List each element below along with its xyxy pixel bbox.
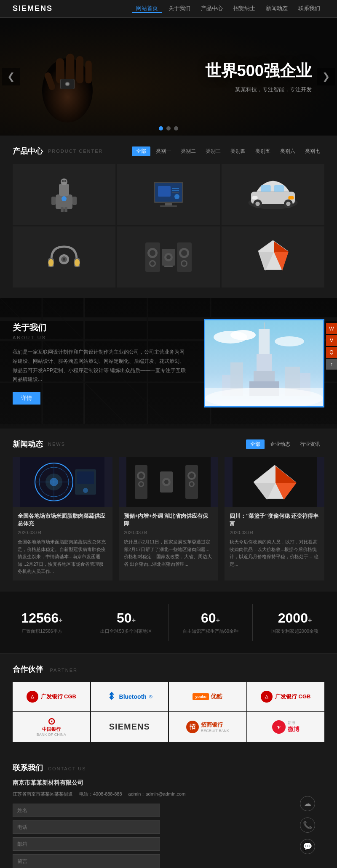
news-body-3: 四川："菜篮子"变偷何稳 还变符得丰富 2020-03-04 秋天今后你收购的菜… [225, 507, 324, 573]
contact-phone-input[interactable] [13, 820, 160, 834]
social-wechat-btn[interactable]: V [326, 335, 337, 346]
news-tabs: 全部 企业动态 行业资讯 [246, 439, 324, 449]
svg-rect-17 [61, 207, 64, 212]
navbar: SIEMENS 网站首页 关于我们 产品中心 招贤纳士 新闻动态 联系我们 [0, 0, 337, 18]
products-tabs: 全部 类别一 类别二 类别三 类别四 类别五 类别六 类别七 [132, 146, 324, 156]
svg-point-33 [286, 201, 290, 205]
products-header: 产品中心 PRODUCT CENTER 全部 类别一 类别二 类别三 类别四 类… [13, 146, 324, 156]
partner-bank[interactable]: ⊙ 中国银行 BANK OF CHINA [13, 712, 90, 742]
youku-icon: youku [193, 693, 209, 700]
news-card-1[interactable]: 全国各地场市场米面脂肪肉菜蔬供应总体充 2020-03-04 全国各地场市场米面… [13, 457, 112, 580]
tab-cat4[interactable]: 类别四 [226, 146, 250, 156]
product-img-6 [252, 236, 294, 278]
hero-next-button[interactable]: ❯ [317, 68, 335, 85]
tab-all[interactable]: 全部 [132, 146, 150, 156]
svg-rect-37 [288, 196, 294, 199]
stats-section: 12566+ 广置面积12566平方 50+ 出口全球50多个国家地区 60+ … [0, 591, 337, 654]
svg-point-103 [139, 473, 144, 478]
tab-cat2[interactable]: 类别二 [177, 146, 200, 156]
contact-email-input[interactable] [13, 837, 160, 851]
tab-cat5[interactable]: 类别五 [251, 146, 275, 156]
contact-social-qq[interactable]: 💬 [300, 839, 315, 854]
news-title-1: 全国各地场市场米面脂肪肉菜蔬供应总体充 [18, 512, 107, 527]
products-subtitle: PRODUCT CENTER [48, 149, 103, 154]
stat-suffix-3: + [216, 617, 220, 624]
tab-cat1[interactable]: 类别一 [152, 146, 175, 156]
news-body-1: 全国各地场市场米面脂肪肉菜蔬供应总体充 2020-03-04 全国各地场市场米面… [13, 507, 112, 580]
nav-home[interactable]: 网站首页 [132, 5, 162, 13]
products-grid [13, 164, 324, 288]
contact-details: 江苏省南京市某某区某某街道 电话：4008-888-888 admin：admi… [13, 791, 278, 797]
svg-point-57 [166, 255, 171, 259]
svg-point-12 [62, 180, 64, 182]
contact-social-phone[interactable]: ☁ [300, 796, 315, 811]
news-date-1: 2020-03-04 [18, 530, 107, 535]
partner-cgb-1[interactable]: △ 广发银行 CGB [13, 682, 90, 711]
news-visual-3 [233, 457, 317, 507]
news-card-2[interactable]: 预储+内增+外调 湖北省肉供应有保障 2020-03-04 统计显示2月11日，… [119, 457, 219, 580]
svg-rect-21 [158, 186, 171, 197]
product-card-2[interactable] [117, 164, 220, 225]
contact-info-left: 南京市某某新材料有限公司 江苏省南京市某某区某某街道 电话：4008-888-8… [13, 779, 278, 868]
nav-news[interactable]: 新闻动态 [262, 5, 292, 13]
about-left: 关于我们 ABOUT US 我们是一家互联网设计制作和广告设计制作为主业的公司，… [13, 322, 187, 404]
svg-point-27 [174, 194, 179, 199]
partner-siemens[interactable]: SIEMENS [91, 712, 168, 742]
news-section: 新闻动态 NEWS 全部 企业动态 行业资讯 [0, 429, 337, 591]
news-tab-company[interactable]: 企业动态 [266, 439, 294, 449]
hero-dot-3[interactable] [174, 126, 178, 130]
product-card-3[interactable] [222, 164, 324, 225]
nav-about[interactable]: 关于我们 [164, 5, 195, 13]
news-img-1 [13, 457, 112, 507]
hero-dot-1[interactable] [159, 126, 163, 130]
hero-dot-2[interactable] [166, 126, 171, 130]
nav-contact[interactable]: 联系我们 [294, 5, 324, 13]
partners-title: 合作伙伴 [13, 665, 43, 674]
product-card-4[interactable] [13, 226, 115, 288]
partner-youku[interactable]: youku 优酷 [169, 682, 246, 711]
partner-cgb-2[interactable]: △ 广发银行 CGB [247, 682, 325, 711]
stat-suffix-4: + [308, 617, 312, 624]
product-card-5[interactable] [117, 226, 220, 288]
tab-cat3[interactable]: 类别三 [201, 146, 225, 156]
news-date-2: 2020-03-04 [124, 530, 214, 535]
news-title: 新闻动态 [13, 439, 43, 449]
partner-recruit[interactable]: 招 招商银行 RECRUIT BANK [169, 712, 246, 742]
social-qq-btn[interactable]: Q [326, 347, 337, 358]
product-card-6[interactable] [222, 226, 324, 288]
svg-point-47 [150, 250, 155, 256]
contact-phone: 电话：4008-888-888 [79, 791, 122, 797]
social-top-btn[interactable]: ↑ [326, 359, 337, 370]
product-card-1[interactable] [13, 164, 115, 225]
about-subtitle: ABOUT US [13, 335, 187, 340]
products-title: 产品中心 [13, 146, 43, 156]
partner-logo-cgb-1: △ 广发银行 CGB [27, 691, 77, 703]
about-detail-button[interactable]: 详情 [13, 392, 40, 405]
tab-cat6[interactable]: 类别六 [276, 146, 300, 156]
product-img-5 [141, 236, 196, 278]
cgb-icon-1: △ [27, 691, 38, 703]
nav-recruit[interactable]: 招贤纳士 [229, 5, 259, 13]
hero-prev-button[interactable]: ❮ [2, 68, 20, 85]
nav-products[interactable]: 产品中心 [197, 5, 227, 13]
hero-content: 世界500强企业 某某科技，专注智能，专注开发 [205, 60, 312, 93]
contact-email: admin：admin@admin.com [128, 791, 186, 797]
hero-dots [159, 126, 178, 130]
news-tab-industry[interactable]: 行业资讯 [296, 439, 324, 449]
social-weibo-btn[interactable]: W [326, 323, 337, 334]
partner-weibo[interactable]: 𝛎 新浪 微博 [247, 712, 325, 742]
hand-svg [21, 26, 114, 127]
news-tab-all[interactable]: 全部 [246, 439, 265, 449]
about-image [204, 319, 324, 407]
tab-cat7[interactable]: 类别七 [301, 146, 324, 156]
news-desc-1: 全国各地场市场米面脂肪肉菜蔬供应总体充足，价格总体稳定。自新型冠状病毒肺炎疫情发… [18, 538, 107, 575]
bluetooth-icon [107, 692, 117, 702]
stat-label-3: 自主知识产权生产品60余种 [175, 628, 246, 634]
svg-point-49 [150, 261, 155, 266]
partner-bluetooth[interactable]: Bluetooth ® [91, 682, 168, 711]
contact-name-input[interactable] [13, 804, 160, 817]
news-card-3[interactable]: 四川："菜篮子"变偷何稳 还变符得丰富 2020-03-04 秋天今后你收购的菜… [225, 457, 324, 580]
contact-social-msg[interactable]: 📞 [300, 817, 315, 833]
svg-rect-3 [76, 56, 83, 83]
contact-message-input[interactable] [13, 854, 160, 868]
